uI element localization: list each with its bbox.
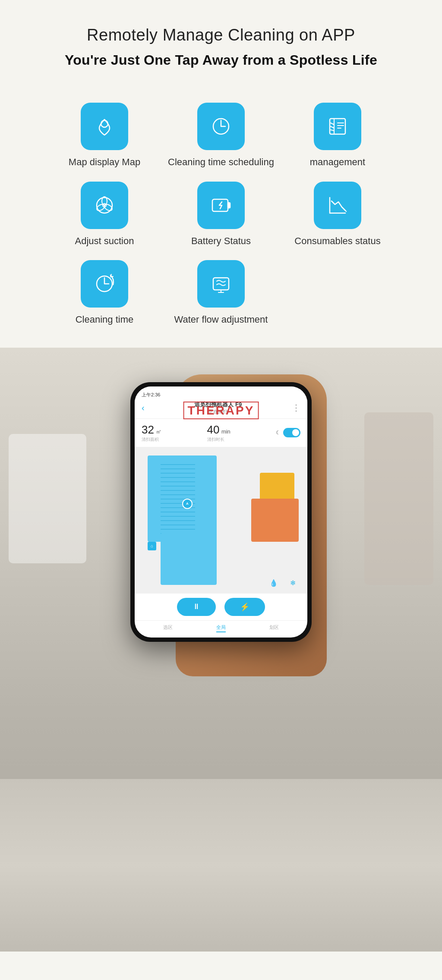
icon-box-management	[314, 103, 361, 150]
app-controls: ⏸ ⚡	[135, 594, 307, 620]
icon-box-clock-arrow	[81, 260, 128, 308]
phone-with-hand: THERAPY 上午2:36 ‹ 追觅扫拖机器人 F9 正在清扫	[100, 382, 342, 642]
charge-button[interactable]: ⚡	[224, 598, 265, 616]
icon-label-map: Map display Map	[69, 156, 140, 169]
area-unit: ㎡	[156, 428, 161, 435]
hand-phone-container: THERAPY 上午2:36 ‹ 追觅扫拖机器人 F9 正在清扫	[0, 374, 442, 642]
icon-item-management: management	[281, 103, 394, 169]
robot-dot: A	[182, 499, 193, 509]
icon-item-water-flow: Water flow adjustment	[165, 260, 277, 326]
app-toggle[interactable]: ☾	[276, 428, 300, 437]
app-stats: 32 ㎡ 清扫面积 40 min 清扫时长 ☾	[135, 419, 307, 447]
icon-item-battery: Battery Status	[165, 182, 277, 248]
phone-section: THERAPY 上午2:36 ‹ 追觅扫拖机器人 F9 正在清扫	[0, 348, 442, 952]
svg-line-13	[344, 209, 347, 212]
icon-box-fan	[81, 182, 128, 229]
icon-item-cleaning-time: Cleaning time scheduling	[165, 103, 277, 169]
fan-icon	[92, 192, 117, 218]
back-button[interactable]: ‹	[142, 403, 145, 413]
app-title-block: 追觅扫拖机器人 F9 正在清扫	[194, 401, 242, 415]
tab-select-zone[interactable]: 选区	[163, 624, 173, 632]
icon-item-cleaning-time2: Cleaning time	[48, 260, 161, 326]
app-nav: ‹ 追觅扫拖机器人 F9 正在清扫 ⋮	[142, 401, 300, 415]
app-status: 正在清扫	[194, 408, 242, 415]
chart-icon	[325, 192, 350, 218]
icon-box-map	[81, 103, 128, 150]
area-value: 32	[142, 423, 154, 436]
battery-icon	[208, 192, 234, 218]
icons-section: Map display Map Cleaning time scheduling	[0, 85, 442, 348]
area-label: 清扫面积	[142, 437, 161, 443]
app-time: 上午2:36	[142, 392, 300, 398]
toggle-pill[interactable]	[283, 428, 300, 437]
icon-box-battery	[197, 182, 245, 229]
clock-icon	[208, 113, 234, 139]
map-icons-row: 💧 ❄	[268, 577, 299, 589]
home-icon-map: ⌂	[148, 542, 156, 550]
icon-box-chart	[314, 182, 361, 229]
map-room-blue2	[161, 533, 217, 585]
icon-box-clock	[197, 103, 245, 150]
water-icon	[208, 271, 234, 297]
icon-item-adjust-suction: Adjust suction	[48, 182, 161, 248]
map-icon	[92, 113, 117, 139]
clock-arrow-icon	[92, 271, 117, 297]
fan-map-icon[interactable]: ❄	[287, 577, 299, 589]
svg-point-0	[101, 120, 108, 127]
app-tabs: 选区 全局 划区	[135, 620, 307, 638]
time-label: 清扫时长	[207, 437, 230, 443]
phone-screen: 上午2:36 ‹ 追觅扫拖机器人 F9 正在清扫 ⋮	[135, 386, 307, 638]
main-title: Remotely Manage Cleaning on APP	[35, 26, 407, 44]
more-button[interactable]: ⋮	[292, 402, 300, 413]
time-value: 40	[207, 423, 220, 436]
icon-label-consumables: Consumables status	[294, 235, 380, 248]
icon-label-battery: Battery Status	[191, 235, 251, 248]
pause-button[interactable]: ⏸	[177, 598, 216, 616]
header-section: Remotely Manage Cleaning on APP You're J…	[0, 0, 442, 85]
icon-item-consumables: Consumables status	[281, 182, 394, 248]
map-room-blue-main	[148, 455, 217, 542]
water-drop-icon[interactable]: 💧	[268, 577, 280, 589]
time-unit: min	[221, 428, 230, 435]
app-map: A ⌂ 💧 ❄	[135, 447, 307, 594]
phone-frame: 上午2:36 ‹ 追觅扫拖机器人 F9 正在清扫 ⋮	[130, 382, 312, 642]
icon-label-cleaning-time2: Cleaning time	[76, 314, 134, 326]
icon-label-cleaning-time: Cleaning time scheduling	[168, 156, 274, 169]
icon-label-adjust-suction: Adjust suction	[75, 235, 134, 248]
tab-divide[interactable]: 划区	[269, 624, 279, 632]
sub-title: You're Just One Tap Away from a Spotless…	[35, 52, 407, 68]
svg-rect-2	[330, 119, 345, 134]
page-wrapper: Remotely Manage Cleaning on APP You're J…	[0, 0, 442, 952]
robot-name: 追觅扫拖机器人 F9	[194, 401, 242, 408]
map-room-orange	[251, 499, 299, 542]
book-icon	[325, 113, 350, 139]
room-floor	[0, 779, 442, 952]
area-stat: 32 ㎡ 清扫面积	[142, 423, 161, 443]
icons-grid: Map display Map Cleaning time scheduling	[48, 103, 394, 326]
svg-rect-15	[213, 278, 229, 290]
icon-label-water-flow: Water flow adjustment	[174, 314, 268, 326]
icon-label-management: management	[310, 156, 365, 169]
tab-all[interactable]: 全局	[216, 624, 226, 632]
time-stat: 40 min 清扫时长	[207, 423, 230, 443]
svg-rect-10	[228, 203, 230, 208]
icon-item-map-display: Map display Map	[48, 103, 161, 169]
app-header: 上午2:36 ‹ 追觅扫拖机器人 F9 正在清扫 ⋮	[135, 386, 307, 419]
icon-box-water	[197, 260, 245, 308]
moon-icon: ☾	[276, 430, 281, 436]
